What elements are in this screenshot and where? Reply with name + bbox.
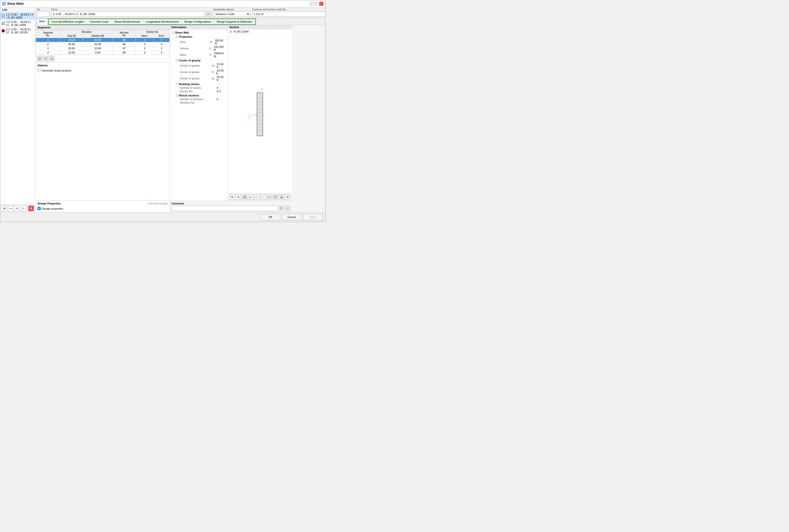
building-stories-toggle[interactable]: − Building stories xyxy=(175,82,227,86)
col-zbottom: Zbottom [ft] xyxy=(83,34,113,38)
name-input[interactable] xyxy=(51,11,205,17)
view-button-4[interactable] xyxy=(267,194,272,200)
fit-view-button[interactable] xyxy=(242,194,247,200)
section-name: 3 - R_M1 10/84 xyxy=(228,30,292,34)
ok-button[interactable]: OK xyxy=(261,214,280,220)
svg-point-5 xyxy=(17,208,18,209)
svg-text:i: i xyxy=(287,207,288,210)
design-properties-checkbox[interactable] xyxy=(37,207,41,210)
result-sections-toggle[interactable]: − Result sections xyxy=(175,94,227,97)
content-area: Segments SegmentNo. Elevation MemberNo. … xyxy=(36,25,325,212)
cog-label: Center of gravity xyxy=(179,59,200,62)
tab-design-configurations[interactable]: Design Configurations xyxy=(182,19,213,24)
zoom-in-button[interactable] xyxy=(230,194,235,200)
design-properties-label[interactable]: Design properties xyxy=(42,207,63,210)
list-item[interactable]: 3 Z: 0.00 ... 40.00 ft | 12 - R_M1 10/15… xyxy=(0,27,35,35)
cog-yc-value: -33.00 ft xyxy=(216,69,226,75)
table-row[interactable]: 230.0020.008633 xyxy=(36,42,170,46)
list-item[interactable]: 2 Z: 0.00 ... 40.00 ft | 11 - R_M1 10/84 xyxy=(0,20,35,27)
view-button-1[interactable]: ⊞ xyxy=(248,194,253,200)
concrete-design-link[interactable]: Concrete Design xyxy=(148,202,168,205)
tab-design-supports[interactable]: Design Supports & Deflection xyxy=(214,19,255,24)
segments-header: Segments xyxy=(36,25,170,30)
delete-all-button[interactable] xyxy=(28,206,34,211)
svg-rect-68 xyxy=(281,196,283,197)
add-item-button[interactable] xyxy=(2,206,7,211)
comment-info-button[interactable]: i xyxy=(285,206,290,211)
assignable-field: Assignable objects Surfaces / Cells xyxy=(213,8,250,17)
wireframe-svg xyxy=(310,77,325,160)
tab-shear-reinforcement[interactable]: Shear Reinforcement xyxy=(112,19,142,24)
comment-label: Comment xyxy=(171,202,290,205)
properties-expand[interactable]: − xyxy=(176,36,178,38)
settings-view-button[interactable] xyxy=(285,194,290,200)
result-sections-expand[interactable]: − xyxy=(176,94,178,97)
name-field: Name xyxy=(51,8,211,17)
view-button-3[interactable]: T xyxy=(261,194,266,200)
zoom-out-button[interactable] xyxy=(236,194,241,200)
comment-input[interactable] xyxy=(171,206,277,211)
area-label: Area xyxy=(180,40,210,43)
generate-result-label[interactable]: Generate result sections xyxy=(42,69,71,72)
options-section: Options Generate result sections xyxy=(36,62,170,74)
num-stories-label: Number of stories xyxy=(180,86,212,89)
assignable-label: Assignable objects xyxy=(213,8,250,11)
apply-button[interactable]: Apply xyxy=(303,214,323,220)
table-row[interactable]: 320.0010.008733 xyxy=(36,46,170,51)
num-sections-label: Number of sections xyxy=(180,98,212,101)
shear-wall-expand[interactable]: − xyxy=(172,31,174,34)
list-item-label: 2 Z: 0.00 ... 40.00 ft | 11 - R_M1 10/84 xyxy=(6,20,34,26)
comment-row: i xyxy=(171,206,290,211)
generate-result-checkbox[interactable] xyxy=(37,69,41,72)
design-properties-header: Design Properties xyxy=(37,202,61,205)
sections-no-label: Sections No. xyxy=(180,101,212,104)
name-edit-button[interactable] xyxy=(206,11,211,17)
building-stories-label: Building stories xyxy=(179,83,199,86)
svg-text:y: y xyxy=(249,116,250,118)
table-row[interactable]: 1-40.0030.008533 xyxy=(36,38,170,42)
list-item[interactable]: 1 Z: 0.00 ... 40.00 ft | 3 - R_M1 10/84 xyxy=(0,12,35,20)
maximize-button[interactable]: □ xyxy=(314,2,318,6)
settings-button[interactable] xyxy=(15,206,20,211)
svg-text:⊞: ⊞ xyxy=(250,196,251,198)
add-row-button[interactable] xyxy=(37,56,42,61)
tools-button[interactable]: ⚙ xyxy=(21,206,26,211)
assignable-select[interactable]: Surfaces / Cells xyxy=(213,11,250,17)
svg-point-51 xyxy=(256,114,257,115)
segments-table: SegmentNo. Elevation MemberNo. Section N… xyxy=(36,30,170,55)
window-title: Shear Walls xyxy=(7,2,24,5)
delete-row-button[interactable] xyxy=(43,56,49,61)
copy-row-button[interactable] xyxy=(49,56,55,61)
surfaces-input[interactable] xyxy=(252,11,325,17)
shear-wall-node: − Shear Wall − Properties xyxy=(171,30,227,105)
print-button[interactable] xyxy=(279,194,284,200)
minimize-button[interactable]: ─ xyxy=(309,2,313,6)
num-sections-value: 0 xyxy=(217,98,218,101)
svg-point-79 xyxy=(287,207,289,210)
view-button-2[interactable]: T xyxy=(254,194,259,200)
section-toolbar: ⊞ T T xyxy=(228,193,292,201)
stories-no-value: 0-3 xyxy=(217,90,221,93)
shear-wall-toggle[interactable]: − Shear Wall xyxy=(171,31,227,35)
sections-no-row: Sections No. xyxy=(179,101,227,104)
cancel-button[interactable]: Cancel xyxy=(282,214,302,220)
svg-rect-60 xyxy=(244,196,245,198)
tab-main[interactable]: Main xyxy=(37,19,48,25)
cog-xc-label: Center of gravity xyxy=(180,64,212,67)
close-button[interactable]: ✕ xyxy=(319,2,323,6)
building-stories-expand[interactable]: − xyxy=(176,83,178,86)
tab-concrete-effective-lengths[interactable]: Concrete Effective Lengths xyxy=(49,19,86,24)
section-header: Section xyxy=(228,25,292,30)
cog-expand[interactable]: − xyxy=(176,59,178,62)
delete-item-button[interactable] xyxy=(8,206,14,211)
cog-toggle[interactable]: − Center of gravity xyxy=(175,58,227,62)
tab-longitudinal-reinforcement[interactable]: Longitudinal Reinforcement xyxy=(143,19,181,24)
tab-concrete-cover[interactable]: Concrete Cover xyxy=(87,19,111,24)
view-button-5[interactable] xyxy=(273,194,278,200)
cog-yc-key: Yc xyxy=(211,71,216,74)
table-row[interactable]: 410.000.008833 xyxy=(36,51,170,55)
properties-toggle[interactable]: − Properties xyxy=(175,35,227,39)
comment-edit-button[interactable] xyxy=(278,206,284,211)
information-pane: Information − Shear Wall xyxy=(170,25,228,201)
mass-value: 33600.0 lb xyxy=(214,52,226,58)
